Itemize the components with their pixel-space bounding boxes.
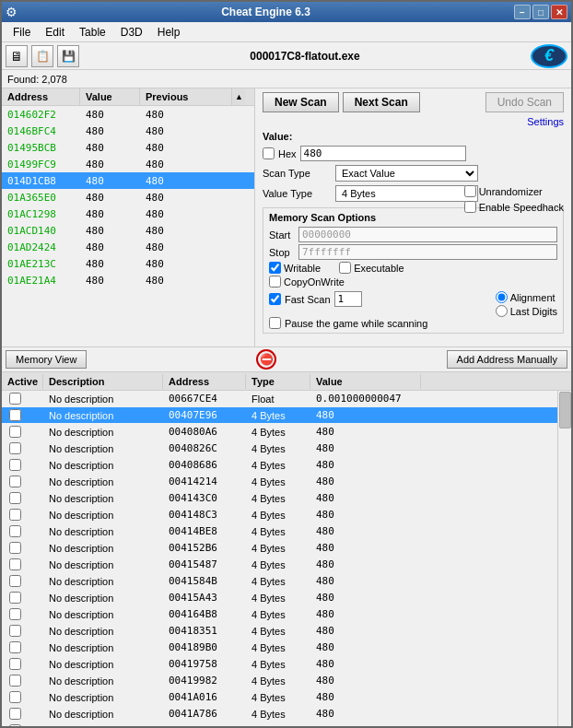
row-active-checkbox[interactable]	[9, 691, 21, 703]
scan-row[interactable]: 01AE213C 480 480	[2, 255, 254, 272]
addr-table-row[interactable]: No description 004143C0 4 Bytes 480	[2, 490, 571, 507]
scan-row[interactable]: 01AE21A4 480 480	[2, 272, 254, 288]
addr-table-row[interactable]: No description 0041A016 4 Bytes 480	[2, 689, 571, 706]
addr-table-row[interactable]: No description 00419982 4 Bytes 480	[2, 673, 571, 689]
open-process-button[interactable]: 🖥	[6, 45, 28, 67]
row-active-checkbox[interactable]	[9, 575, 21, 587]
addr-table-row[interactable]: No description 0041A786 4 Bytes 480	[2, 706, 571, 722]
fast-scan-checkbox[interactable]	[269, 293, 281, 305]
row-active-checkbox[interactable]	[9, 426, 21, 438]
header-address: Address	[2, 88, 80, 105]
scan-row[interactable]: 01495BCB 480 480	[2, 139, 254, 156]
addr-table-row[interactable]: No description 00407E96 4 Bytes 480	[2, 407, 571, 424]
addr-table-row[interactable]: No description 0041584B 4 Bytes 480	[2, 573, 571, 590]
next-scan-button[interactable]: Next Scan	[343, 92, 420, 112]
row-active-checkbox[interactable]	[9, 509, 21, 521]
menu-table[interactable]: Table	[72, 24, 113, 41]
row-active-checkbox[interactable]	[9, 542, 21, 554]
undo-scan-button[interactable]: Undo Scan	[485, 92, 564, 112]
scrollbar-thumb[interactable]	[559, 392, 571, 429]
app-icon: ⚙	[6, 5, 18, 19]
speedhack-checkbox[interactable]	[464, 201, 476, 213]
addr-table-row[interactable]: No description 00414BE8 4 Bytes 480	[2, 523, 571, 540]
scan-type-select[interactable]: Exact Value Bigger than... Smaller than.…	[335, 165, 478, 182]
save-button[interactable]: 💾	[57, 45, 79, 67]
maximize-button[interactable]: □	[532, 5, 549, 19]
row-active-checkbox[interactable]	[9, 724, 21, 728]
addr-table-row[interactable]: No description 0041A9F8 4 Bytes 480	[2, 722, 571, 728]
hex-label: Hex	[278, 148, 297, 159]
addr-table-row[interactable]: No description 0040826C 4 Bytes 480	[2, 440, 571, 457]
row-active-checkbox[interactable]	[9, 393, 21, 405]
row-active-checkbox[interactable]	[9, 442, 21, 454]
scan-list-body[interactable]: 014602F2 480 480 0146BFC4 480 480 01495B…	[2, 106, 254, 346]
scan-row[interactable]: 014D1CB8 480 480	[2, 172, 254, 189]
row-active-checkbox[interactable]	[9, 558, 21, 570]
row-active-checkbox[interactable]	[9, 608, 21, 620]
menu-edit[interactable]: Edit	[38, 24, 72, 41]
scan-row[interactable]: 01499FC9 480 480	[2, 156, 254, 172]
foundbar: Found: 2,078	[2, 70, 571, 88]
addr-table-row[interactable]: No description 004080A6 4 Bytes 480	[2, 424, 571, 440]
row-active-checkbox[interactable]	[9, 708, 21, 720]
scan-row[interactable]: 01ACD140 480 480	[2, 222, 254, 239]
addr-table-body[interactable]: No description 00667CE4 Float 0.00100000…	[2, 391, 571, 728]
value-input[interactable]	[300, 146, 466, 161]
fast-scan-input[interactable]	[334, 291, 362, 307]
minimize-button[interactable]: −	[514, 5, 531, 19]
addr-table-row[interactable]: No description 00667CE4 Float 0.00100000…	[2, 391, 571, 407]
header-addr: Address	[163, 374, 246, 389]
scan-row[interactable]: 01A365E0 480 480	[2, 189, 254, 205]
last-digits-radio[interactable]	[496, 305, 508, 317]
menu-help[interactable]: Help	[150, 24, 188, 41]
addr-table-row[interactable]: No description 00414214 4 Bytes 480	[2, 474, 571, 490]
value-type-select[interactable]: Byte 2 Bytes 4 Bytes 8 Bytes Float Doubl…	[335, 185, 478, 202]
scan-row[interactable]: 014602F2 480 480	[2, 106, 254, 123]
header-type: Type	[246, 374, 310, 389]
menu-file[interactable]: File	[6, 24, 38, 41]
alignment-radio[interactable]	[496, 291, 508, 303]
add-address-button[interactable]: Add Address Manually	[447, 350, 567, 369]
start-input[interactable]	[298, 227, 557, 242]
close-button[interactable]: ✕	[551, 5, 567, 19]
menu-d3d[interactable]: D3D	[113, 24, 150, 41]
addr-table-row[interactable]: No description 004164B8 4 Bytes 480	[2, 606, 571, 623]
stop-input[interactable]	[298, 244, 557, 260]
unrandomizer-checkbox[interactable]	[464, 185, 476, 197]
settings-link[interactable]: Settings	[527, 116, 564, 127]
addr-table-row[interactable]: No description 00419758 4 Bytes 480	[2, 656, 571, 673]
fast-scan-label: Fast Scan	[285, 294, 331, 305]
process-list-button[interactable]: 📋	[31, 45, 53, 67]
stop-button[interactable]: ⛔	[256, 349, 276, 370]
writable-checkbox[interactable]	[269, 262, 281, 274]
cow-checkbox[interactable]	[269, 276, 281, 288]
row-active-checkbox[interactable]	[9, 641, 21, 653]
row-active-checkbox[interactable]	[9, 525, 21, 537]
row-active-checkbox[interactable]	[9, 625, 21, 637]
scan-row[interactable]: 01AD2424 480 480	[2, 239, 254, 255]
addr-table-row[interactable]: No description 00408686 4 Bytes 480	[2, 457, 571, 474]
new-scan-button[interactable]: New Scan	[263, 92, 339, 112]
addr-table-row[interactable]: No description 00418351 4 Bytes 480	[2, 623, 571, 640]
memory-view-button[interactable]: Memory View	[6, 350, 87, 369]
addr-table-row[interactable]: No description 004152B6 4 Bytes 480	[2, 540, 571, 557]
scan-row[interactable]: 0146BFC4 480 480	[2, 123, 254, 139]
row-active-checkbox[interactable]	[9, 492, 21, 504]
executable-checkbox[interactable]	[339, 262, 351, 274]
row-active-checkbox[interactable]	[9, 409, 21, 421]
addr-table-row[interactable]: No description 004148C3 4 Bytes 480	[2, 507, 571, 523]
addr-table-row[interactable]: No description 00415487 4 Bytes 480	[2, 557, 571, 573]
unrandomizer-row: Unrandomizer	[464, 185, 564, 197]
row-active-checkbox[interactable]	[9, 658, 21, 670]
titlebar-left: ⚙	[6, 5, 18, 19]
hex-checkbox[interactable]	[263, 147, 275, 159]
row-active-checkbox[interactable]	[9, 675, 21, 687]
row-active-checkbox[interactable]	[9, 459, 21, 471]
addr-table-row[interactable]: No description 00415A43 4 Bytes 480	[2, 590, 571, 606]
scan-row[interactable]: 01AC1298 480 480	[2, 205, 254, 222]
table-scrollbar[interactable]	[557, 391, 571, 728]
row-active-checkbox[interactable]	[9, 476, 21, 487]
row-active-checkbox[interactable]	[9, 592, 21, 604]
addr-table-row[interactable]: No description 004189B0 4 Bytes 480	[2, 640, 571, 656]
pause-checkbox[interactable]	[269, 317, 281, 329]
